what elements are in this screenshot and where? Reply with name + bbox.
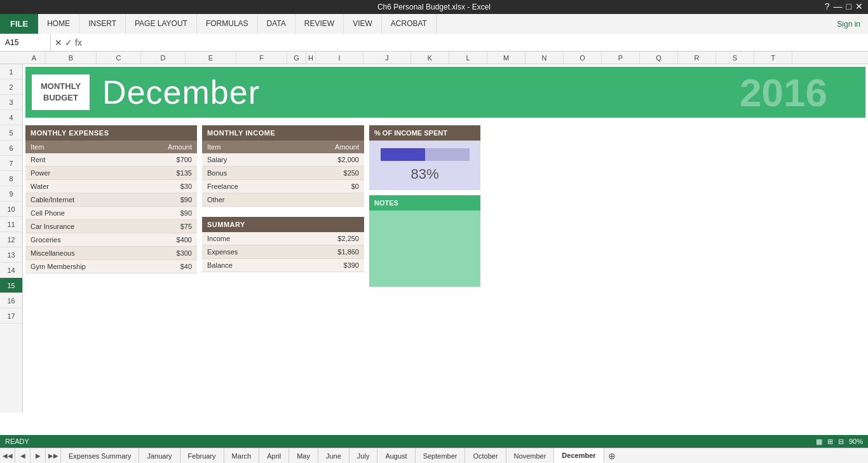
title-bar: Ch6 Personal Budget.xlsx - Excel ? — □ ✕ (0, 0, 868, 14)
confirm-icon[interactable]: ✓ (65, 38, 72, 48)
progress-bar-fill (381, 148, 425, 161)
sign-in-link[interactable]: Sign in (837, 20, 860, 29)
ribbon-tab-page-layout[interactable]: PAGE LAYOUT (126, 14, 197, 34)
income-header: MONTHLY INCOME (202, 125, 364, 141)
income-pct-panel: % OF INCOME SPENT 83% (369, 125, 480, 190)
col-header-I[interactable]: I (316, 52, 363, 64)
col-header-A[interactable]: A (23, 52, 46, 64)
expense-item: Groceries (25, 233, 146, 246)
expense-item: Water (25, 180, 146, 193)
summary-header: SUMMARY (202, 217, 364, 232)
cell-reference[interactable]: A15 (0, 34, 51, 51)
row-header-15[interactable]: 15 (0, 278, 22, 293)
row-header-14[interactable]: 14 (0, 263, 22, 278)
ribbon: FILE HOMEINSERTPAGE LAYOUTFORMULASDATARE… (0, 14, 868, 34)
close-icon[interactable]: ✕ (855, 1, 863, 11)
expense-amount: $400 (146, 233, 197, 246)
expense-item: Gym Membership (25, 260, 146, 273)
col-header-M[interactable]: M (487, 52, 526, 64)
row-header-9[interactable]: 9 (0, 186, 22, 202)
row-header-7[interactable]: 7 (0, 156, 22, 171)
ribbon-tab-view[interactable]: VIEW (344, 14, 382, 34)
col-header-S[interactable]: S (716, 52, 754, 64)
col-header-C[interactable]: C (97, 52, 141, 64)
row-header-13[interactable]: 13 (0, 247, 22, 263)
col-header-G[interactable]: G (287, 52, 306, 64)
tables-area: MONTHLY EXPENSES Item Amount Rent$700Pow… (25, 125, 865, 287)
row-header-1[interactable]: 1 (0, 64, 22, 79)
col-header-R[interactable]: R (678, 52, 716, 64)
col-header-H[interactable]: H (306, 52, 316, 64)
expense-row: Cable/Internet$90 (25, 193, 197, 207)
row-header-16[interactable]: 16 (0, 293, 22, 308)
row-header-5[interactable]: 5 (0, 125, 22, 141)
expense-item: Power (25, 167, 146, 179)
row-header-12[interactable]: 12 (0, 232, 22, 247)
expense-row: Rent$700 (25, 153, 197, 167)
summary-row: Expenses$1,860 (202, 245, 364, 259)
col-header-P[interactable]: P (602, 52, 640, 64)
col-header-L[interactable]: L (449, 52, 487, 64)
progress-bar-bg (381, 148, 470, 161)
col-header-N[interactable]: N (526, 52, 564, 64)
ribbon-tab-home[interactable]: HOME (38, 14, 79, 34)
row-header-17[interactable]: 17 (0, 308, 22, 324)
col-header-B[interactable]: B (46, 52, 97, 64)
income-row: Bonus$250 (202, 167, 364, 180)
expense-row: Cell Phone$90 (25, 207, 197, 220)
formula-icon[interactable]: fx (75, 38, 82, 48)
expense-row: Car Insurance$75 (25, 220, 197, 233)
ribbon-tab-formulas[interactable]: FORMULAS (197, 14, 258, 34)
row-header-3[interactable]: 3 (0, 95, 22, 110)
income-rows: Salary$2,000Bonus$250Freelance$0Other (202, 153, 364, 207)
maximize-icon[interactable]: □ (846, 1, 851, 11)
expense-row: Groceries$400 (25, 233, 197, 247)
right-panels: % OF INCOME SPENT 83% NOTES (369, 125, 480, 287)
notes-panel: NOTES (369, 195, 480, 287)
col-header-D[interactable]: D (141, 52, 186, 64)
col-header-T[interactable]: T (754, 52, 792, 64)
window-controls[interactable]: ? — □ ✕ (825, 1, 863, 11)
ribbon-tab-acrobat[interactable]: ACROBAT (382, 14, 437, 34)
row-header-11[interactable]: 11 (0, 217, 22, 232)
cancel-icon[interactable]: ✕ (55, 38, 62, 48)
help-icon[interactable]: ? (825, 1, 830, 11)
expenses-col-headers: Item Amount (25, 141, 197, 153)
row-header-8[interactable]: 8 (0, 171, 22, 186)
ribbon-tab-review[interactable]: REVIEW (295, 14, 344, 34)
income-pct-body: 83% (369, 141, 480, 190)
ribbon-tabs: HOMEINSERTPAGE LAYOUTFORMULASDATAREVIEWV… (38, 14, 868, 34)
row-header-6[interactable]: 6 (0, 141, 22, 156)
row-header-10[interactable]: 10 (0, 202, 22, 217)
income-item: Salary (202, 153, 313, 166)
ribbon-tab-insert[interactable]: INSERT (79, 14, 126, 34)
income-table: MONTHLY INCOME Item Amount Salary$2,000B… (202, 125, 364, 207)
income-item: Other (202, 193, 313, 206)
window-title: Ch6 Personal Budget.xlsx - Excel (377, 3, 491, 11)
formula-input[interactable] (86, 38, 868, 47)
file-tab[interactable]: FILE (0, 14, 38, 34)
summary-amount: $1,860 (313, 245, 364, 258)
expense-row: Water$30 (25, 180, 197, 193)
row-header-2[interactable]: 2 (0, 79, 22, 95)
ribbon-tab-data[interactable]: DATA (258, 14, 295, 34)
summary-amount: $2,250 (313, 232, 364, 245)
col-header-E[interactable]: E (186, 52, 236, 64)
income-row: Freelance$0 (202, 180, 364, 193)
income-item: Bonus (202, 167, 313, 179)
minimize-icon[interactable]: — (834, 1, 843, 11)
col-header-J[interactable]: J (363, 52, 411, 64)
row-header-4[interactable]: 4 (0, 110, 22, 125)
expense-amount: $40 (146, 260, 197, 273)
expense-item: Cable/Internet (25, 193, 146, 206)
expenses-col-item: Item (25, 141, 146, 153)
col-header-F[interactable]: F (236, 52, 287, 64)
income-pct-header: % OF INCOME SPENT (369, 125, 480, 141)
expense-row: Gym Membership$40 (25, 260, 197, 273)
col-header-Q[interactable]: Q (640, 52, 678, 64)
col-header-O[interactable]: O (564, 52, 602, 64)
expense-amount: $30 (146, 180, 197, 193)
col-header-K[interactable]: K (411, 52, 449, 64)
spacer-row2 (25, 120, 865, 125)
expense-amount: $75 (146, 220, 197, 233)
